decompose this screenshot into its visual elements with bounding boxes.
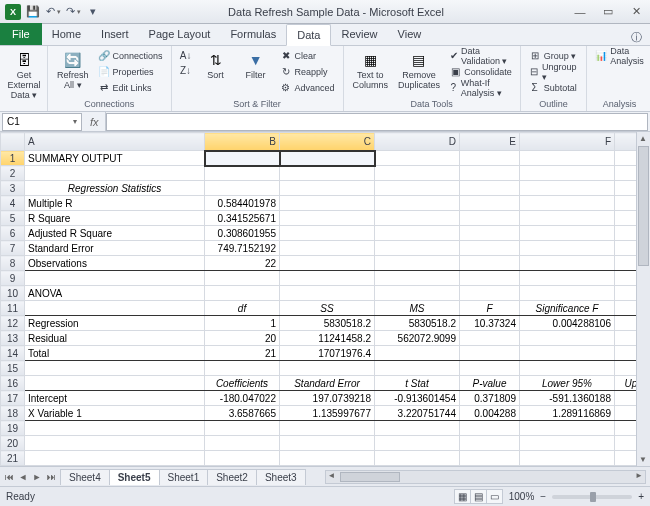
cell-B12[interactable]: 1 xyxy=(205,316,280,331)
data-validation-button[interactable]: ✔Data Validation ▾ xyxy=(447,48,514,63)
cell-A7[interactable]: Standard Error xyxy=(25,241,205,256)
sheet-tab-sheet3[interactable]: Sheet3 xyxy=(256,469,306,485)
zoom-in-button[interactable]: + xyxy=(638,491,644,502)
cell-B1[interactable] xyxy=(205,151,280,166)
cell-E11[interactable]: F xyxy=(460,301,520,316)
undo-icon[interactable]: ↶ xyxy=(44,3,62,21)
properties-button[interactable]: 📄Properties xyxy=(96,64,165,79)
row-header-15[interactable]: 15 xyxy=(1,361,25,376)
row-header-11[interactable]: 11 xyxy=(1,301,25,316)
row-header-14[interactable]: 14 xyxy=(1,346,25,361)
cell-D3[interactable] xyxy=(375,181,460,196)
excel-app-icon[interactable]: X xyxy=(4,3,22,21)
col-header-E[interactable]: E xyxy=(460,133,520,151)
cell-D14[interactable] xyxy=(375,346,460,361)
cell-C4[interactable] xyxy=(280,196,375,211)
vertical-scrollbar[interactable] xyxy=(636,132,650,466)
connections-button[interactable]: 🔗Connections xyxy=(96,48,165,63)
cell-E8[interactable] xyxy=(460,256,520,271)
cell-E15[interactable] xyxy=(460,361,520,376)
row-header-16[interactable]: 16 xyxy=(1,376,25,391)
cell-B4[interactable]: 0.584401978 xyxy=(205,196,280,211)
data-tab[interactable]: Data xyxy=(286,24,331,46)
col-header-F[interactable]: F xyxy=(520,133,615,151)
zoom-out-button[interactable]: − xyxy=(540,491,546,502)
horizontal-scrollbar[interactable] xyxy=(325,470,646,484)
row-header-12[interactable]: 12 xyxy=(1,316,25,331)
cell-F3[interactable] xyxy=(520,181,615,196)
cell-D2[interactable] xyxy=(375,166,460,181)
cell-D6[interactable] xyxy=(375,226,460,241)
cell-D19[interactable] xyxy=(375,421,460,436)
fx-icon[interactable]: fx xyxy=(84,112,106,131)
cell-B9[interactable] xyxy=(205,271,280,286)
cell-B14[interactable]: 21 xyxy=(205,346,280,361)
cell-C11[interactable]: SS xyxy=(280,301,375,316)
cell-D16[interactable]: t Stat xyxy=(375,376,460,391)
sort-az-button[interactable]: A↓ xyxy=(178,48,194,63)
edit-links-button[interactable]: ⇄Edit Links xyxy=(96,80,165,95)
cell-C17[interactable]: 197.0739218 xyxy=(280,391,375,406)
cell-E18[interactable]: 0.004288 xyxy=(460,406,520,421)
cell-F15[interactable] xyxy=(520,361,615,376)
cell-F9[interactable] xyxy=(520,271,615,286)
cell-A9[interactable] xyxy=(25,271,205,286)
cell-F10[interactable] xyxy=(520,286,615,301)
text-to-columns-button[interactable]: ▦Text to Columns xyxy=(350,48,391,93)
cell-C1[interactable] xyxy=(280,151,375,166)
cell-C9[interactable] xyxy=(280,271,375,286)
ungroup-button[interactable]: ⊟Ungroup ▾ xyxy=(527,64,581,79)
home-tab[interactable]: Home xyxy=(42,23,91,45)
cell-A6[interactable]: Adjusted R Square xyxy=(25,226,205,241)
clear-button[interactable]: ✖Clear xyxy=(278,48,337,63)
cell-E7[interactable] xyxy=(460,241,520,256)
cell-B3[interactable] xyxy=(205,181,280,196)
cell-E9[interactable] xyxy=(460,271,520,286)
cell-E16[interactable]: P-value xyxy=(460,376,520,391)
cell-C3[interactable] xyxy=(280,181,375,196)
cell-A3[interactable]: Regression Statistics xyxy=(25,181,205,196)
zoom-level[interactable]: 100% xyxy=(509,491,535,502)
filter-button[interactable]: ▼Filter xyxy=(238,48,274,83)
cell-A2[interactable] xyxy=(25,166,205,181)
cell-F8[interactable] xyxy=(520,256,615,271)
cell-F20[interactable] xyxy=(520,436,615,451)
cell-D7[interactable] xyxy=(375,241,460,256)
sort-za-button[interactable]: Z↓ xyxy=(178,63,194,78)
cell-C5[interactable] xyxy=(280,211,375,226)
cell-F6[interactable] xyxy=(520,226,615,241)
cell-F2[interactable] xyxy=(520,166,615,181)
save-icon[interactable]: 💾 xyxy=(24,3,42,21)
cell-E20[interactable] xyxy=(460,436,520,451)
cell-D13[interactable]: 562072.9099 xyxy=(375,331,460,346)
cell-C16[interactable]: Standard Error xyxy=(280,376,375,391)
cell-B15[interactable] xyxy=(205,361,280,376)
cell-A10[interactable]: ANOVA xyxy=(25,286,205,301)
cell-B19[interactable] xyxy=(205,421,280,436)
cell-A16[interactable] xyxy=(25,376,205,391)
cell-D21[interactable] xyxy=(375,451,460,466)
cell-B21[interactable] xyxy=(205,451,280,466)
cell-B8[interactable]: 22 xyxy=(205,256,280,271)
cell-E3[interactable] xyxy=(460,181,520,196)
redo-icon[interactable]: ↷ xyxy=(64,3,82,21)
advanced-button[interactable]: ⚙Advanced xyxy=(278,80,337,95)
cell-C7[interactable] xyxy=(280,241,375,256)
cell-E10[interactable] xyxy=(460,286,520,301)
cell-D20[interactable] xyxy=(375,436,460,451)
cell-B18[interactable]: 3.6587665 xyxy=(205,406,280,421)
cell-A17[interactable]: Intercept xyxy=(25,391,205,406)
row-header-3[interactable]: 3 xyxy=(1,181,25,196)
row-header-19[interactable]: 19 xyxy=(1,421,25,436)
cell-C15[interactable] xyxy=(280,361,375,376)
cell-D10[interactable] xyxy=(375,286,460,301)
refresh-all-button[interactable]: 🔄Refresh All ▾ xyxy=(54,48,92,93)
cell-F18[interactable]: 1.289116869 xyxy=(520,406,615,421)
cell-F12[interactable]: 0.004288106 xyxy=(520,316,615,331)
help-icon[interactable]: ⓘ xyxy=(623,30,650,45)
row-header-18[interactable]: 18 xyxy=(1,406,25,421)
whatif-button[interactable]: ?What-If Analysis ▾ xyxy=(447,80,514,95)
row-header-8[interactable]: 8 xyxy=(1,256,25,271)
data-analysis-button[interactable]: 📊Data Analysis xyxy=(593,48,646,63)
cell-F21[interactable] xyxy=(520,451,615,466)
